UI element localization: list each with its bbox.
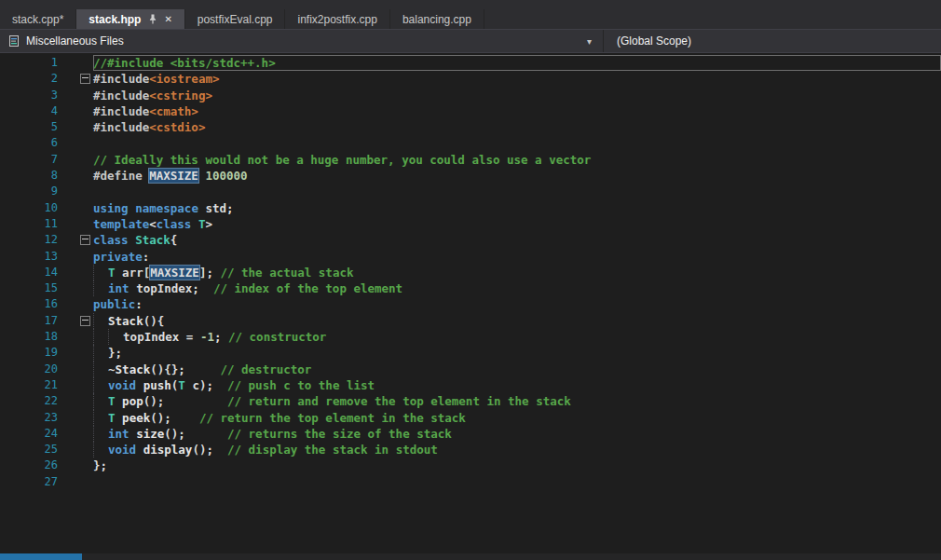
line-number: 11: [0, 216, 58, 232]
highlighted-word: MAXSIZE: [150, 266, 199, 280]
code-token: arr[: [116, 266, 151, 280]
code-editor[interactable]: 1//#include <bits/stdc++.h>2#include<ios…: [0, 53, 941, 553]
indent-guide: [93, 377, 108, 393]
code-row: 1//#include <bits/stdc++.h>: [0, 55, 941, 71]
indent-guide: [93, 265, 108, 280]
code-line: #define MAXSIZE 100000: [93, 168, 941, 184]
line-number: 13: [0, 249, 58, 265]
indent-guide: [93, 329, 108, 345]
code-token: // returns the size of the stack: [227, 427, 452, 441]
tab-label: balancing.cpp: [402, 13, 471, 26]
tab-bar: stack.cpp*stack.hpp✕postfixEval.cppinfix…: [0, 0, 941, 29]
code-line: [93, 135, 941, 151]
line-number: 12: [0, 232, 58, 248]
code-line: template<class T>: [93, 216, 941, 232]
code-lines: 1//#include <bits/stdc++.h>2#include<ios…: [0, 55, 941, 490]
code-row: 24int size(); // returns the size of the…: [0, 426, 941, 442]
code-token: T: [108, 266, 116, 280]
code-token: #include: [93, 72, 149, 86]
line-number: 23: [0, 410, 58, 426]
code-row: 2#include<iostream>: [0, 71, 941, 87]
code-line: [93, 184, 941, 199]
code-token: topIndex;: [130, 281, 213, 295]
code-row: 27: [0, 474, 941, 490]
code-token: // return and remove the top element in …: [227, 394, 571, 408]
tab-stack-hpp[interactable]: stack.hpp✕: [76, 9, 184, 29]
code-token: >: [205, 217, 212, 231]
status-accent: [0, 553, 82, 560]
code-token: T: [108, 411, 116, 425]
code-line: // Ideally this would not be a huge numb…: [93, 152, 941, 168]
code-line: void push(T c); // push c to the list: [93, 377, 941, 393]
code-line: ~Stack(){}; // destructor: [93, 362, 941, 377]
code-line: class Stack{: [93, 232, 941, 248]
code-token: };: [108, 346, 122, 360]
project-dropdown[interactable]: Miscellaneous Files ▾: [0, 30, 604, 52]
code-token: template: [93, 217, 149, 231]
code-line: #include<cstring>: [93, 88, 941, 103]
code-row: 19};: [0, 345, 941, 361]
code-token: [136, 378, 143, 392]
code-row: 6: [0, 135, 941, 151]
tab-label: stack.cpp*: [12, 13, 63, 26]
code-line: topIndex = -1; // constructor: [93, 329, 941, 345]
code-token: Stack: [108, 314, 143, 328]
code-token: namespace: [135, 201, 198, 215]
code-row: 12class Stack{: [0, 232, 941, 248]
code-row: 7// Ideally this would not be a huge num…: [0, 152, 941, 168]
code-token: };: [93, 458, 107, 472]
tab-postfixeval-cpp[interactable]: postfixEval.cpp: [185, 9, 286, 29]
status-bar: [0, 553, 941, 560]
code-row: 22T pop(); // return and remove the top …: [0, 393, 941, 409]
code-token: :: [143, 250, 150, 264]
line-number: 22: [0, 393, 58, 409]
collapse-icon[interactable]: [80, 316, 90, 326]
line-number: 8: [0, 168, 58, 184]
code-token: {: [170, 233, 178, 247]
code-line: //#include <bits/stdc++.h>: [93, 55, 941, 71]
vs-window: stack.cpp*stack.hpp✕postfixEval.cppinfix…: [0, 0, 941, 560]
line-number: 1: [0, 55, 58, 71]
line-number: 17: [0, 313, 58, 329]
code-token: ];: [199, 266, 221, 280]
close-icon[interactable]: ✕: [164, 14, 171, 24]
tab-label: stack.hpp: [89, 13, 141, 26]
tab-balancing-cpp[interactable]: balancing.cpp: [390, 9, 484, 29]
highlighted-word: MAXSIZE: [149, 169, 198, 183]
tab-infix2postfix-cpp[interactable]: infix2postfix.cpp: [285, 9, 389, 29]
collapse-icon[interactable]: [80, 235, 90, 245]
code-token: ();: [143, 394, 227, 408]
line-number: 14: [0, 265, 58, 280]
line-number: 2: [0, 71, 58, 87]
code-token: // constructor: [228, 330, 326, 344]
code-row: 10using namespace std;: [0, 200, 941, 216]
code-line: };: [93, 345, 941, 361]
pin-icon[interactable]: [149, 14, 157, 24]
line-number: 5: [0, 119, 58, 135]
code-token: // return the top element in the stack: [199, 411, 466, 425]
indent-guide: [93, 442, 108, 458]
code-token: // destructor: [220, 362, 311, 376]
code-row: 21void push(T c); // push c to the list: [0, 377, 941, 393]
collapse-icon[interactable]: [80, 74, 90, 84]
code-token: <iostream>: [149, 72, 219, 86]
navigation-bar: Miscellaneous Files ▾ (Global Scope): [0, 29, 941, 53]
code-row: 14T arr[MAXSIZE]; // the actual stack: [0, 265, 941, 280]
fold-column: [58, 235, 93, 245]
chevron-down-icon[interactable]: ▾: [587, 36, 603, 47]
scope-dropdown[interactable]: (Global Scope): [604, 30, 941, 52]
code-line: T peek(); // return the top element in t…: [93, 410, 941, 426]
indent-guide: [93, 426, 108, 442]
line-number: 18: [0, 329, 58, 345]
code-row: 16public:: [0, 296, 941, 312]
code-line: int topIndex; // index of the top elemen…: [93, 280, 941, 296]
code-token: using: [93, 201, 129, 215]
line-number: 15: [0, 280, 58, 296]
line-number: 10: [0, 200, 58, 216]
code-token: push: [143, 378, 171, 392]
code-token: (){: [143, 314, 165, 328]
tab-stack-cpp[interactable]: stack.cpp*: [0, 9, 76, 29]
code-token: <: [149, 217, 157, 231]
indent-guide: [108, 329, 123, 345]
code-token: // push c to the list: [227, 378, 375, 392]
